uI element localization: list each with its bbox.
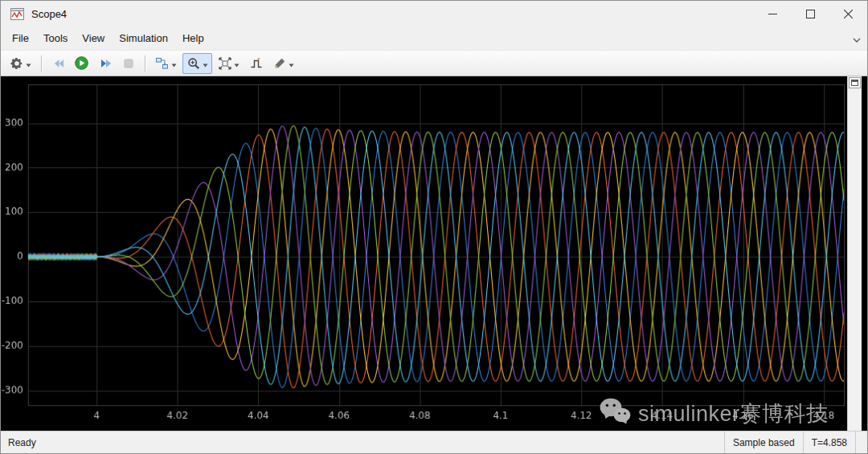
window-title: Scope4: [31, 8, 67, 20]
brush-icon: [272, 56, 286, 70]
scope-plot-canvas[interactable]: [1, 76, 847, 431]
step-forward-button[interactable]: [94, 53, 116, 73]
play-icon: [75, 56, 88, 70]
fit-to-view-button[interactable]: [214, 53, 244, 74]
menu-help[interactable]: Help: [175, 29, 211, 47]
menu-overflow-icon[interactable]: [853, 33, 861, 47]
configuration-properties-button[interactable]: [6, 53, 35, 74]
status-spacer: [855, 432, 867, 453]
blocks-icon: [155, 56, 169, 70]
zoom-button[interactable]: [182, 53, 212, 74]
scope-panel-button[interactable]: [849, 77, 861, 88]
menu-view[interactable]: View: [75, 29, 112, 47]
scope-window: Scope4 File Tools View Simulation Help: [0, 0, 868, 454]
highlight-simulink-block-button[interactable]: [151, 53, 181, 74]
dropdown-caret-icon[interactable]: [26, 56, 31, 71]
toolbar-separator: [41, 55, 42, 72]
panel-icon: [851, 80, 858, 86]
menu-file[interactable]: File: [5, 29, 36, 47]
dropdown-caret-icon[interactable]: [289, 56, 294, 71]
dropdown-caret-icon[interactable]: [171, 56, 177, 71]
scope-display-area: simulinker赛博科技: [1, 76, 867, 431]
dropdown-caret-icon[interactable]: [203, 56, 208, 71]
menu-bar: File Tools View Simulation Help: [1, 27, 867, 50]
dropdown-caret-icon[interactable]: [234, 56, 240, 71]
status-message: Ready: [1, 432, 724, 453]
stop-button[interactable]: [117, 53, 139, 73]
zoom-icon: [186, 56, 200, 70]
status-bar: Ready Sample based T=4.858: [1, 431, 867, 453]
expand-icon: [218, 56, 231, 70]
close-icon: [844, 10, 853, 18]
minimize-icon: [768, 10, 777, 18]
scope-app-icon: [10, 8, 24, 20]
maximize-icon: [806, 10, 815, 18]
status-sample-mode: Sample based: [724, 432, 803, 453]
toolbar: [1, 50, 867, 76]
stop-icon: [121, 56, 135, 70]
trigger-button[interactable]: [245, 53, 267, 73]
step-back-icon: [51, 56, 65, 70]
minimize-button[interactable]: [754, 1, 792, 27]
gear-icon: [10, 56, 23, 70]
menu-tools[interactable]: Tools: [36, 29, 75, 47]
scope-right-scrollbar[interactable]: [847, 76, 862, 431]
step-back-button[interactable]: [47, 53, 69, 73]
window-controls: [754, 1, 867, 27]
title-bar: Scope4: [1, 1, 867, 27]
run-button[interactable]: [71, 53, 92, 73]
maximize-button[interactable]: [792, 1, 829, 27]
trigger-icon: [249, 56, 263, 70]
toolbar-separator: [145, 55, 145, 72]
menu-simulation[interactable]: Simulation: [112, 29, 175, 47]
step-forward-icon: [98, 56, 112, 70]
status-sim-time: T=4.858: [803, 432, 855, 453]
close-button[interactable]: [829, 1, 867, 27]
measurements-button[interactable]: [268, 53, 298, 74]
